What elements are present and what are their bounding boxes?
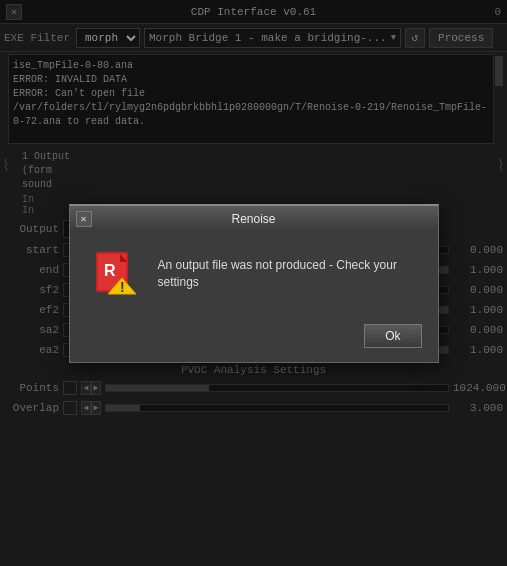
dialog-close-button[interactable]: ✕ (76, 211, 92, 227)
dialog-message: An output file was not produced - Check … (158, 257, 418, 291)
dialog-titlebar: ✕ Renoise (70, 206, 438, 232)
dialog-buttons: Ok (70, 316, 438, 362)
modal-overlay: ✕ Renoise R ! An output fil (0, 0, 507, 566)
dialog-ok-button[interactable]: Ok (364, 324, 421, 348)
dialog: ✕ Renoise R ! An output fil (69, 204, 439, 363)
svg-text:R: R (104, 262, 116, 279)
dialog-content: R ! An output file was not produced - Ch… (70, 232, 438, 316)
warning-icon: R ! (90, 248, 142, 300)
dialog-title: Renoise (78, 212, 430, 226)
svg-text:!: ! (120, 279, 125, 295)
